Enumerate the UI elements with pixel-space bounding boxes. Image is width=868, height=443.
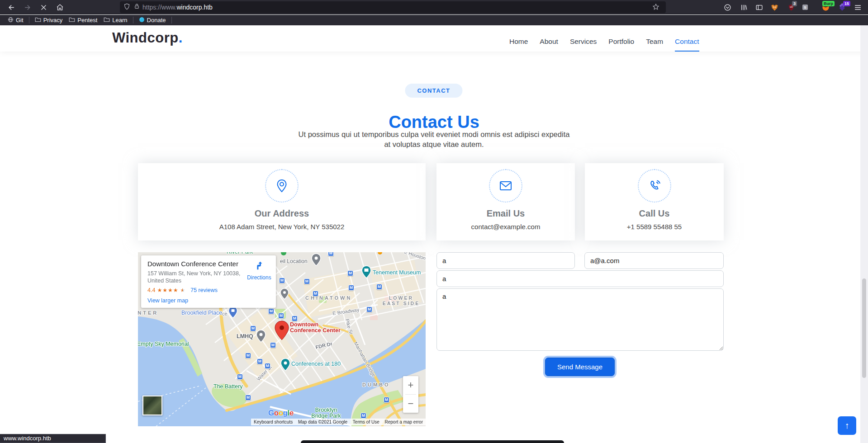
rating-stars-icon: ★★★★ xyxy=(157,287,178,293)
directions-button[interactable]: Directions xyxy=(247,261,271,281)
nav-services[interactable]: Services xyxy=(570,36,597,52)
bookmark-folder-privacy[interactable]: Privacy xyxy=(32,16,66,24)
url-bar[interactable]: https://www.windcorp.htb xyxy=(120,1,666,13)
sidebar-toggle-icon[interactable] xyxy=(754,2,764,13)
report-map-error-link[interactable]: Report a map error xyxy=(385,419,423,424)
url-text: https://www.windcorp.htb xyxy=(142,4,213,11)
zoom-in-button[interactable]: + xyxy=(403,376,418,394)
map-label-chinatown: CHINATOWN xyxy=(305,295,352,301)
stop-icon[interactable] xyxy=(38,2,49,13)
bookmark-folder-learn[interactable]: Learn xyxy=(100,16,130,24)
reviews-link[interactable]: 75 reviews xyxy=(190,287,218,293)
subway-m-icon: M xyxy=(245,353,251,358)
folder-icon xyxy=(69,17,75,24)
nav-team[interactable]: Team xyxy=(646,36,663,52)
logo-text: Windcorp xyxy=(112,30,179,46)
subway-m-icon: M xyxy=(270,342,276,348)
lock-icon[interactable] xyxy=(134,3,140,11)
bookmark-label: Donate xyxy=(147,17,166,24)
card-text: +1 5589 55488 55 xyxy=(585,223,724,231)
nav-home[interactable]: Home xyxy=(509,36,528,52)
bookmark-donate[interactable]: Donate xyxy=(136,16,169,25)
nav-contact[interactable]: Contact xyxy=(675,36,699,52)
subway-m-icon: M xyxy=(292,316,298,321)
map-zoom-control: + − xyxy=(403,376,418,413)
bookmarks-bar: Git Privacy Pentest Learn Donate xyxy=(0,15,868,25)
logo-dot: . xyxy=(179,30,183,46)
subway-m-icon: M xyxy=(257,358,263,364)
phone-card: Call Us +1 5589 55488 55 xyxy=(585,163,724,240)
card-title: Email Us xyxy=(436,208,575,219)
scrollbar-thumb[interactable] xyxy=(862,278,866,378)
subject-input[interactable] xyxy=(436,270,724,287)
bookmark-label: Pentest xyxy=(77,17,97,24)
svg-text:S: S xyxy=(804,5,806,9)
map-label-brookfield-place: Brookfield Place xyxy=(181,310,222,316)
map-label-ce-partial: ce xyxy=(222,311,228,316)
subtitle-line-1: Ut possimus qui ut temporibus culpa veli… xyxy=(0,130,868,139)
site-header: Windcorp. Home About Services Portfolio … xyxy=(0,25,868,52)
zoom-out-button[interactable]: − xyxy=(403,395,418,413)
scroll-to-top-button[interactable]: ↑ xyxy=(838,416,856,435)
email-card: Email Us contact@example.com xyxy=(436,163,575,240)
forward-icon[interactable] xyxy=(22,2,33,13)
pocket-icon[interactable] xyxy=(722,2,733,13)
ublock-badge: 3 xyxy=(792,1,797,6)
page-scrollbar[interactable] xyxy=(860,25,868,443)
nav-about[interactable]: About xyxy=(540,36,558,52)
site-logo[interactable]: Windcorp. xyxy=(112,30,183,46)
folder-icon xyxy=(35,17,41,24)
s-extension-icon[interactable]: S xyxy=(800,2,811,13)
bookmark-separator xyxy=(171,17,172,24)
place-rating-row: 4.4 ★★★★★ 75 reviews xyxy=(147,287,270,293)
view-larger-map-link[interactable]: View larger map xyxy=(147,297,188,304)
email-input[interactable] xyxy=(584,252,724,269)
message-textarea[interactable]: a xyxy=(436,288,724,351)
map-pin-icon xyxy=(265,169,299,203)
home-icon[interactable] xyxy=(54,2,65,13)
donate-favicon xyxy=(139,17,145,24)
back-icon[interactable] xyxy=(5,2,16,13)
nav-portfolio[interactable]: Portfolio xyxy=(608,36,634,52)
google-map-embed[interactable]: CHINATOWN LOWER EAST SIDE DUMBO ENTER ce… xyxy=(138,252,426,426)
terms-of-use-link[interactable]: Terms of Use xyxy=(353,419,379,424)
map-label-river-park: River Park xyxy=(227,252,253,255)
subway-m-icon: M xyxy=(384,397,389,403)
bookmark-git[interactable]: Git xyxy=(5,16,27,25)
map-label-brooklyn-bridge-park: Brooklyn Bridge Park xyxy=(307,407,345,419)
place-address-line1: 157 William St, New York, NY 10038, xyxy=(147,270,240,277)
bookmark-label: Privacy xyxy=(43,17,63,24)
subway-m-icon: M xyxy=(237,374,243,380)
subway-m-icon: M xyxy=(313,291,318,297)
subway-m-icon: M xyxy=(347,270,353,276)
map-label-the-battery: The Battery xyxy=(213,383,243,390)
directions-label: Directions xyxy=(247,274,271,281)
subway-m-icon: M xyxy=(366,306,372,312)
web-page: Windcorp. Home About Services Portfolio … xyxy=(0,25,868,443)
bookmark-folder-pentest[interactable]: Pentest xyxy=(66,16,100,24)
browser-toolbar: https://www.windcorp.htb uO 3 S Burp xyxy=(0,0,868,14)
satellite-view-toggle[interactable] xyxy=(142,396,162,415)
shield-icon[interactable] xyxy=(123,3,130,12)
bookmark-separator xyxy=(133,17,133,24)
name-input[interactable] xyxy=(436,252,575,269)
google-letter: g xyxy=(283,409,288,417)
map-label-conferences-180: Conferences at 180 xyxy=(291,361,341,367)
burp-badge: Burp xyxy=(822,1,835,6)
map-label-lower-east-side: LOWER EAST SIDE xyxy=(380,295,422,306)
google-logo[interactable]: Google xyxy=(268,409,294,418)
google-letter: o xyxy=(274,409,279,417)
map-label-enter-partial: ENTER xyxy=(138,310,158,316)
card-title: Our Address xyxy=(138,208,426,219)
menu-icon[interactable] xyxy=(852,2,863,13)
foxyproxy-icon[interactable] xyxy=(769,2,780,13)
bookmark-star-icon[interactable] xyxy=(652,3,659,12)
send-message-button[interactable]: Send Message xyxy=(545,358,615,376)
subway-m-icon: M xyxy=(265,363,270,369)
library-icon[interactable] xyxy=(738,2,749,13)
map-marker-label-line2: Conference Center xyxy=(290,328,341,334)
map-attribution-bar: Keyboard shortcuts Map data ©2021 Google… xyxy=(251,419,426,425)
subway-m-icon: M xyxy=(328,252,334,256)
keyboard-shortcuts-link[interactable]: Keyboard shortcuts xyxy=(254,419,293,424)
google-letter: o xyxy=(279,409,283,417)
